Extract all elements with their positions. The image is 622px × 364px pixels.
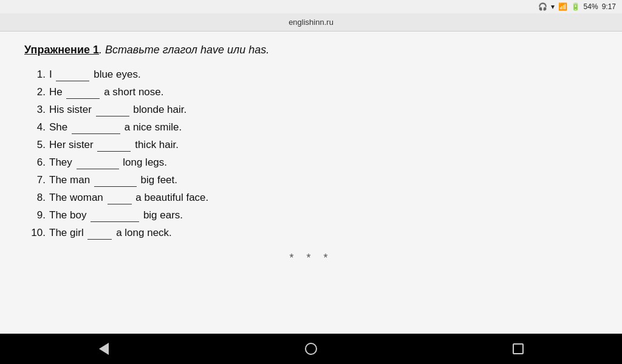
blank-field bbox=[87, 227, 112, 240]
url-text: englishinn.ru bbox=[289, 18, 333, 27]
item-number: 1. bbox=[24, 69, 46, 81]
item-text: She a nice smile. bbox=[49, 121, 182, 134]
headphone-icon: 🎧 bbox=[538, 2, 547, 11]
item-number: 9. bbox=[24, 209, 46, 221]
item-text: They long legs. bbox=[49, 157, 167, 169]
list-item: 8.The woman a beautiful face. bbox=[24, 192, 598, 204]
url-bar[interactable]: englishinn.ru bbox=[0, 13, 622, 32]
item-number: 3. bbox=[24, 104, 46, 116]
nav-bar bbox=[0, 334, 622, 364]
recents-icon bbox=[513, 343, 524, 354]
blank-field bbox=[91, 209, 139, 222]
battery-percent: 54% bbox=[584, 2, 598, 11]
signal-icon: 📶 bbox=[558, 2, 567, 11]
list-item: 1.I blue eyes. bbox=[24, 69, 598, 81]
blank-field bbox=[94, 174, 137, 187]
item-number: 7. bbox=[24, 174, 46, 186]
exercise-title-italic: . Вставьте глагол have или has. bbox=[99, 44, 269, 56]
back-button[interactable] bbox=[89, 337, 119, 361]
stars-decoration: * * * bbox=[24, 252, 598, 265]
list-item: 9.The boy big ears. bbox=[24, 209, 598, 222]
list-item: 4.She a nice smile. bbox=[24, 121, 598, 134]
item-text: His sister blonde hair. bbox=[49, 104, 186, 116]
item-number: 8. bbox=[24, 192, 46, 204]
battery-icon: 🔋 bbox=[571, 2, 580, 11]
blank-field bbox=[77, 157, 119, 169]
status-bar: 🎧 ▾ 📶 🔋 54% 9:17 bbox=[0, 0, 622, 13]
blank-field bbox=[108, 192, 132, 204]
item-text: The boy big ears. bbox=[49, 209, 183, 222]
blank-field bbox=[96, 104, 129, 116]
item-text: Her sister thick hair. bbox=[49, 139, 179, 152]
item-text: The man big feet. bbox=[49, 174, 177, 187]
item-number: 5. bbox=[24, 139, 46, 151]
list-item: 6.They long legs. bbox=[24, 157, 598, 169]
wifi-icon: ▾ bbox=[551, 2, 555, 11]
blank-field bbox=[66, 86, 100, 99]
back-icon bbox=[99, 343, 109, 355]
blank-field bbox=[97, 139, 131, 152]
item-number: 10. bbox=[24, 227, 46, 239]
exercise-title: Упражнение 1. Вставьте глагол have или h… bbox=[24, 44, 598, 56]
blank-field bbox=[72, 121, 120, 134]
item-text: He a short nose. bbox=[49, 86, 163, 99]
list-item: 2.He a short nose. bbox=[24, 86, 598, 99]
blank-field bbox=[56, 69, 89, 81]
exercise-list: 1.I blue eyes.2.He a short nose.3.His si… bbox=[24, 69, 598, 240]
list-item: 3.His sister blonde hair. bbox=[24, 104, 598, 116]
recents-button[interactable] bbox=[503, 337, 533, 361]
item-text: The girl a long neck. bbox=[49, 227, 172, 240]
item-text: The woman a beautiful face. bbox=[49, 192, 208, 204]
exercise-title-underlined: Упражнение 1 bbox=[24, 44, 99, 56]
main-content: Упражнение 1. Вставьте глагол have или h… bbox=[0, 32, 622, 334]
time-display: 9:17 bbox=[602, 2, 616, 11]
home-button[interactable] bbox=[296, 337, 326, 361]
list-item: 10.The girl a long neck. bbox=[24, 227, 598, 240]
item-number: 6. bbox=[24, 157, 46, 169]
home-icon bbox=[305, 343, 317, 355]
item-number: 2. bbox=[24, 86, 46, 98]
list-item: 7.The man big feet. bbox=[24, 174, 598, 187]
item-number: 4. bbox=[24, 121, 46, 133]
item-text: I blue eyes. bbox=[49, 69, 141, 81]
list-item: 5.Her sister thick hair. bbox=[24, 139, 598, 152]
